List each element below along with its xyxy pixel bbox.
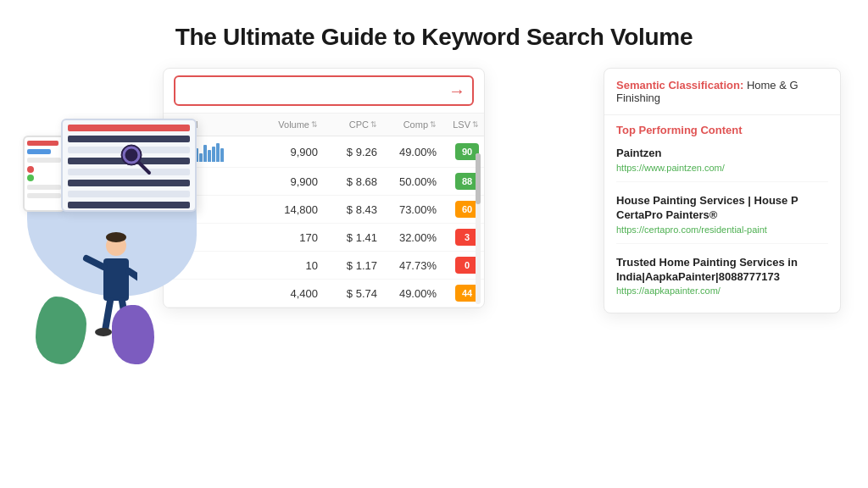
cell-cpc: $ 9.26 <box>318 146 377 158</box>
scrollbar-track[interactable] <box>476 153 481 304</box>
cell-volume: 10 <box>259 259 318 272</box>
cell-lsv: 44 <box>437 285 479 302</box>
cell-volume: 14,800 <box>259 203 318 216</box>
monitor-row <box>68 202 190 208</box>
trend-bar <box>208 150 211 162</box>
phone-dot <box>27 166 34 173</box>
cell-cpc: $ 5.74 <box>318 287 377 300</box>
plant-decoration <box>112 305 154 364</box>
svg-point-9 <box>95 328 112 336</box>
cell-comp: 49.00% <box>377 146 437 158</box>
table-row: 170 $ 1.41 32.00% 3 <box>164 224 484 252</box>
search-submit-icon[interactable]: → <box>448 81 465 101</box>
phone-line <box>27 141 58 146</box>
search-bar: → <box>164 69 484 114</box>
content-title: Trusted Home Painting Services in India|… <box>616 256 828 285</box>
semantic-classification: Semantic Classification: Home & G Finish… <box>616 79 828 104</box>
cell-lsv: 88 <box>437 173 479 190</box>
content-url[interactable]: https://certapro.com/residential-paint <box>616 225 828 235</box>
cell-comp: 49.00% <box>377 287 437 300</box>
content-title: Paintzen <box>616 147 828 161</box>
col-header-lsv[interactable]: LSV ⇅ <box>437 119 479 130</box>
cell-volume: 4,400 <box>259 287 318 300</box>
phone-line <box>27 149 51 154</box>
phone-line <box>27 185 61 190</box>
cell-cpc: $ 8.43 <box>318 203 377 216</box>
table-row: 4,400 $ 5.74 49.00% 44 <box>164 280 484 308</box>
sort-icon: ⇅ <box>311 120 318 129</box>
svg-line-7 <box>105 301 110 330</box>
phone-line <box>27 158 61 163</box>
search-input[interactable] <box>174 75 474 106</box>
phone-dot <box>27 175 34 181</box>
col-header-info[interactable]: ? <box>479 119 485 130</box>
svg-rect-4 <box>103 258 129 301</box>
cell-comp: 32.00% <box>377 231 437 244</box>
svg-line-2 <box>139 163 149 173</box>
cell-lsv: 60 <box>437 201 479 218</box>
content-item: Paintzen https://www.paintzen.com/ <box>616 147 828 182</box>
cell-comp: 47.73% <box>377 259 437 272</box>
content-item: Trusted Home Painting Services in India|… <box>616 256 828 305</box>
semantic-key: Semantic Classification: <box>616 79 743 92</box>
phone-mockup <box>23 136 65 212</box>
cell-volume: 9,900 <box>259 175 318 188</box>
sort-icon: ⇅ <box>370 120 377 129</box>
cell-cpc: $ 1.17 <box>318 259 377 272</box>
table-panel: → Trend Volume ⇅ CPC ⇅ Comp ⇅ <box>163 68 485 308</box>
content-item: House Painting Services | House P CertaP… <box>616 194 828 244</box>
table-row: 9,900 $ 9.26 49.00% 90 <box>164 136 484 168</box>
content-title: House Painting Services | House P CertaP… <box>616 194 828 223</box>
cell-cpc: $ 1.41 <box>318 231 377 244</box>
cell-lsv: 0 <box>437 257 479 274</box>
col-header-volume[interactable]: Volume ⇅ <box>259 119 318 130</box>
right-panel: Semantic Classification: Home & G Finish… <box>604 68 841 313</box>
table-row: 9,900 $ 8.68 50.00% 88 <box>164 168 484 196</box>
cell-volume: 170 <box>259 231 318 244</box>
cell-volume: 9,900 <box>259 146 318 158</box>
cell-lsv: 90 <box>437 143 479 160</box>
svg-line-5 <box>86 258 103 267</box>
table-body: 9,900 $ 9.26 49.00% 90 9,900 $ 8.68 50.0… <box>164 136 484 308</box>
content-url[interactable]: https://www.paintzen.com/ <box>616 163 828 173</box>
content-url[interactable]: https://aapkapainter.com/ <box>616 286 828 296</box>
trend-bar <box>216 143 220 162</box>
magnify-icon <box>116 140 154 178</box>
cell-comp: 50.00% <box>377 175 437 188</box>
cell-cpc: $ 8.68 <box>318 175 377 188</box>
phone-line <box>27 193 61 198</box>
sort-icon: ⇅ <box>430 120 437 129</box>
svg-line-6 <box>129 271 137 280</box>
left-panel: → Trend Volume ⇅ CPC ⇅ Comp ⇅ <box>27 68 587 308</box>
monitor-row <box>68 191 190 197</box>
top-performing-title: Top Performing Content <box>616 124 828 136</box>
table-row: 10 $ 1.17 47.73% 0 <box>164 252 484 280</box>
col-header-cpc[interactable]: CPC ⇅ <box>318 119 377 130</box>
table-row: 14,800 $ 8.43 73.00% 60 <box>164 196 484 224</box>
trend-bar <box>212 147 215 162</box>
trend-bar <box>220 148 224 162</box>
table-header: Trend Volume ⇅ CPC ⇅ Comp ⇅ LSV ⇅ <box>164 114 484 136</box>
monitor-row <box>68 180 190 186</box>
top-performing-section: Top Performing Content Paintzen https://… <box>604 115 840 313</box>
sort-icon: ⇅ <box>472 120 479 129</box>
monitor-row <box>68 125 190 131</box>
scrollbar-thumb[interactable] <box>476 153 481 204</box>
illustration <box>19 102 205 373</box>
cell-lsv: 3 <box>437 229 479 246</box>
page-title: The Ultimate Guide to Keyword Search Vol… <box>175 24 693 51</box>
cell-comp: 73.00% <box>377 203 437 216</box>
col-header-comp[interactable]: Comp ⇅ <box>377 119 437 130</box>
svg-point-11 <box>106 232 126 242</box>
semantic-section: Semantic Classification: Home & G Finish… <box>604 69 840 115</box>
